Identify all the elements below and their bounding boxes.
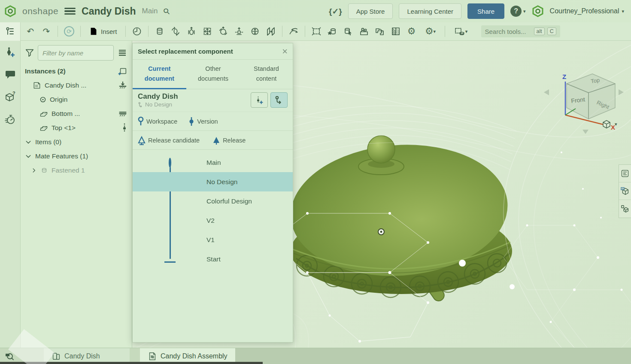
origin-icon — [39, 96, 46, 103]
version-row-v1[interactable]: V1 — [133, 230, 293, 249]
bom-table-flyout-button[interactable] — [619, 182, 631, 200]
group-parts-icon[interactable] — [153, 25, 166, 38]
share-button[interactable]: Share — [467, 3, 504, 19]
in-context-edit-icon[interactable] — [326, 25, 339, 38]
ground-icon — [118, 109, 127, 118]
shaded-view-icon — [601, 119, 612, 129]
history-stopwatch-icon[interactable] — [4, 113, 17, 126]
mate-icon[interactable] — [130, 25, 143, 38]
assembly-icon — [148, 352, 157, 361]
plane-icon — [39, 124, 48, 132]
undo-icon[interactable]: ↶ — [24, 25, 37, 38]
chevron-down-icon: ▾ — [615, 121, 617, 127]
items-section-header[interactable]: Items (0) — [21, 135, 132, 149]
display-states-icon[interactable] — [358, 25, 370, 38]
select-replacement-dialog: Select replacement component × Currentdo… — [132, 43, 293, 343]
share-link-icon[interactable]: ⚲ — [161, 6, 172, 17]
update-sync-icon[interactable]: ⟳ — [63, 25, 76, 38]
version-row-main[interactable]: Main — [133, 153, 293, 172]
redo-icon[interactable]: ↷ — [40, 25, 53, 38]
tree-item-candy-dish[interactable]: Candy Dish ... — [21, 78, 132, 92]
onshape-wordmark: onshape — [22, 6, 58, 16]
list-view-icon[interactable] — [117, 48, 127, 58]
version-row-start[interactable]: Start — [133, 249, 293, 269]
insert-item-icon[interactable] — [118, 67, 127, 76]
tree-item-origin[interactable]: Origin — [21, 92, 132, 106]
featurescript-icon[interactable]: {✓} — [329, 6, 342, 16]
cylindrical-mate-icon[interactable] — [233, 25, 246, 38]
tangent-mate-icon[interactable] — [287, 25, 300, 38]
rotate-down-arrow[interactable] — [582, 130, 589, 134]
version-tree: Main No Design Colorful Design V2 V1 Sta… — [133, 153, 293, 269]
slider-mate-icon[interactable] — [185, 25, 198, 38]
help-icon[interactable]: ? — [510, 6, 522, 17]
close-icon[interactable]: × — [282, 47, 288, 56]
create-mate-connector-button[interactable] — [251, 92, 268, 108]
part-studio-icon — [52, 352, 61, 361]
instances-panel: Instances (2) Candy Dish ... Origin Bott… — [21, 41, 132, 348]
document-title[interactable]: Candy Dish — [82, 6, 136, 17]
exploded-view-icon[interactable] — [389, 25, 402, 38]
workspace-node-icon — [169, 158, 171, 167]
dish-knob[interactable] — [367, 136, 395, 163]
mate-connector-marker[interactable] — [378, 229, 384, 235]
tab-other-documents[interactable]: Otherdocuments — [186, 60, 240, 89]
feature-list-flyout-button[interactable] — [619, 165, 631, 182]
insert-button[interactable]: Insert — [85, 25, 121, 38]
fastened-mate-icon — [40, 167, 48, 174]
rotate-left-arrow[interactable] — [544, 89, 549, 95]
tab-standard-content[interactable]: Standardcontent — [240, 60, 293, 89]
document-selector[interactable]: Candy Dish No Design — [133, 89, 293, 112]
named-positions-icon[interactable] — [342, 25, 355, 38]
comment-icon[interactable] — [4, 68, 17, 81]
search-tools-input[interactable] — [485, 28, 531, 35]
pin-slot-mate-icon[interactable] — [249, 25, 261, 38]
tab-bar: Candy Dish Candy Dish Assembly — [0, 348, 631, 364]
version-graph-button[interactable] — [270, 92, 288, 108]
branch-icon — [138, 102, 143, 107]
tree-item-bottom-plane[interactable]: Bottom ... — [21, 106, 132, 121]
workspace-branch-label[interactable]: Main — [142, 7, 158, 15]
parallel-mate-icon[interactable] — [264, 25, 277, 38]
filter-funnel-icon[interactable] — [25, 48, 34, 58]
shortcut-c-badge: C — [547, 27, 556, 35]
user-menu[interactable]: Courtney_Professional ▾ — [550, 7, 624, 15]
instances-header: Instances (2) — [25, 67, 66, 75]
document-menu-icon[interactable] — [64, 6, 76, 16]
planar-mate-icon[interactable] — [201, 25, 214, 38]
version-row-no-design[interactable]: No Design — [133, 172, 293, 191]
ball-mate-icon[interactable] — [217, 25, 230, 38]
top-bar: onshape Candy Dish Main ⚲ {✓} App Store … — [0, 0, 631, 22]
revolute-mate-icon[interactable] — [169, 25, 182, 38]
dialog-title: Select replacement component — [138, 48, 282, 55]
configuration-flyout-button[interactable] — [619, 200, 631, 218]
chevron-down-icon: ▾ — [622, 9, 624, 14]
help-menu[interactable]: ? ▾ — [510, 6, 526, 17]
assembly-tools-menu[interactable]: ⚙ ▾ — [421, 25, 440, 38]
tab-current-document[interactable]: Currentdocument — [133, 60, 186, 89]
model-candy-dish[interactable] — [275, 117, 515, 314]
instances-panel-toggle[interactable] — [0, 22, 21, 41]
onshape-logo-icon[interactable] — [4, 5, 16, 17]
view-options-menu[interactable]: ▾ — [601, 119, 617, 129]
transfer-parts-icon[interactable] — [373, 25, 386, 38]
dialog-document-name: Candy Dish — [138, 92, 251, 101]
chevron-right-icon[interactable] — [31, 167, 37, 173]
app-store-button[interactable]: App Store — [348, 3, 393, 19]
tree-item-fastened[interactable]: Fastened 1 — [21, 163, 132, 177]
configurations-icon[interactable]: ⚙ — [405, 25, 418, 38]
rotate-right-arrow[interactable] — [619, 89, 624, 95]
add-mate-connector-icon[interactable] — [4, 46, 17, 59]
learning-center-button[interactable]: Learning Center — [399, 3, 461, 19]
version-row-colorful-design[interactable]: Colorful Design — [133, 191, 293, 211]
search-tools-box[interactable]: alt C — [481, 25, 560, 37]
marquee-select-icon[interactable] — [310, 25, 323, 38]
section-view-menu[interactable]: ▾ — [450, 25, 472, 38]
part-help-icon[interactable]: ? — [4, 91, 17, 103]
dialog-tabs: Currentdocument Otherdocuments Standardc… — [133, 60, 293, 89]
tab-bar-filler — [235, 348, 631, 364]
version-row-v2[interactable]: V2 — [133, 211, 293, 230]
mate-features-section-header[interactable]: Mate Features (1) — [21, 149, 132, 163]
tree-item-top-plane[interactable]: Top <1> — [21, 121, 132, 135]
filter-input[interactable] — [38, 45, 114, 61]
